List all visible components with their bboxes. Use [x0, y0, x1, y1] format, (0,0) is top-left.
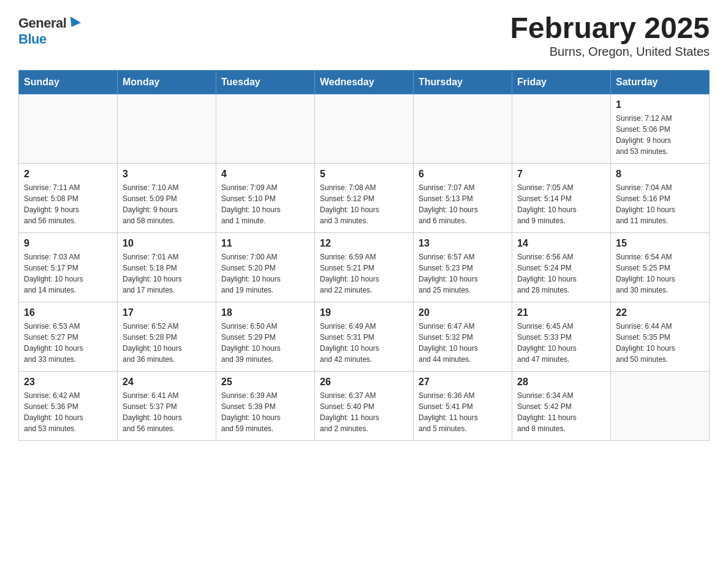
day-number: 11	[221, 238, 309, 249]
logo-general-text: General	[18, 15, 66, 31]
day-cell: 28Sunrise: 6:34 AMSunset: 5:42 PMDayligh…	[512, 371, 611, 440]
day-cell: 14Sunrise: 6:56 AMSunset: 5:24 PMDayligh…	[512, 232, 611, 302]
day-number: 12	[320, 238, 408, 249]
day-cell	[315, 94, 414, 163]
day-number: 3	[123, 169, 211, 180]
day-number: 6	[419, 169, 507, 180]
day-number: 1	[616, 99, 704, 110]
day-cell: 18Sunrise: 6:50 AMSunset: 5:29 PMDayligh…	[216, 302, 315, 371]
day-header-sunday: Sunday	[19, 70, 118, 94]
day-number: 19	[320, 307, 408, 318]
day-cell: 7Sunrise: 7:05 AMSunset: 5:14 PMDaylight…	[512, 163, 611, 232]
day-info: Sunrise: 6:53 AMSunset: 5:27 PMDaylight:…	[24, 321, 112, 365]
day-info: Sunrise: 6:42 AMSunset: 5:36 PMDaylight:…	[24, 390, 112, 434]
day-number: 16	[24, 307, 112, 318]
day-info: Sunrise: 6:47 AMSunset: 5:32 PMDaylight:…	[419, 321, 507, 365]
day-cell: 6Sunrise: 7:07 AMSunset: 5:13 PMDaylight…	[414, 163, 512, 232]
day-info: Sunrise: 7:11 AMSunset: 5:08 PMDaylight:…	[24, 182, 112, 226]
day-cell	[118, 94, 216, 163]
day-info: Sunrise: 7:03 AMSunset: 5:17 PMDaylight:…	[24, 251, 112, 296]
day-info: Sunrise: 6:54 AMSunset: 5:25 PMDaylight:…	[616, 251, 704, 296]
day-header-friday: Friday	[512, 70, 611, 94]
day-number: 10	[123, 238, 211, 249]
day-info: Sunrise: 6:49 AMSunset: 5:31 PMDaylight:…	[320, 321, 408, 365]
day-header-saturday: Saturday	[611, 70, 710, 94]
day-cell	[19, 94, 118, 163]
day-info: Sunrise: 6:50 AMSunset: 5:29 PMDaylight:…	[221, 321, 309, 365]
day-info: Sunrise: 7:07 AMSunset: 5:13 PMDaylight:…	[419, 182, 507, 226]
day-cell: 19Sunrise: 6:49 AMSunset: 5:31 PMDayligh…	[315, 302, 414, 371]
day-header-monday: Monday	[118, 70, 216, 94]
day-number: 24	[123, 377, 211, 388]
day-cell: 12Sunrise: 6:59 AMSunset: 5:21 PMDayligh…	[315, 232, 414, 302]
day-info: Sunrise: 7:04 AMSunset: 5:16 PMDaylight:…	[616, 182, 704, 226]
day-info: Sunrise: 6:44 AMSunset: 5:35 PMDaylight:…	[616, 321, 704, 365]
day-info: Sunrise: 6:57 AMSunset: 5:23 PMDaylight:…	[419, 251, 507, 296]
day-cell: 17Sunrise: 6:52 AMSunset: 5:28 PMDayligh…	[118, 302, 216, 371]
day-cell	[611, 371, 710, 440]
logo: General Blue	[18, 12, 80, 47]
day-info: Sunrise: 6:36 AMSunset: 5:41 PMDaylight:…	[419, 390, 507, 434]
day-cell: 26Sunrise: 6:37 AMSunset: 5:40 PMDayligh…	[315, 371, 414, 440]
day-number: 7	[517, 169, 605, 180]
day-cell: 20Sunrise: 6:47 AMSunset: 5:32 PMDayligh…	[414, 302, 512, 371]
logo-triangle-icon	[66, 17, 81, 30]
day-number: 27	[419, 377, 507, 388]
day-cell: 2Sunrise: 7:11 AMSunset: 5:08 PMDaylight…	[19, 163, 118, 232]
day-info: Sunrise: 6:56 AMSunset: 5:24 PMDaylight:…	[517, 251, 605, 296]
day-info: Sunrise: 7:12 AMSunset: 5:06 PMDaylight:…	[616, 113, 704, 157]
day-number: 25	[221, 377, 309, 388]
day-cell: 24Sunrise: 6:41 AMSunset: 5:37 PMDayligh…	[118, 371, 216, 440]
week-row-5: 23Sunrise: 6:42 AMSunset: 5:36 PMDayligh…	[19, 371, 710, 440]
day-cell: 1Sunrise: 7:12 AMSunset: 5:06 PMDaylight…	[611, 94, 710, 163]
page-header: General Blue February 2025 Burns, Oregon…	[18, 12, 710, 59]
calendar-header: SundayMondayTuesdayWednesdayThursdayFrid…	[19, 70, 710, 94]
day-cell: 16Sunrise: 6:53 AMSunset: 5:27 PMDayligh…	[19, 302, 118, 371]
day-info: Sunrise: 7:09 AMSunset: 5:10 PMDaylight:…	[221, 182, 309, 226]
day-number: 5	[320, 169, 408, 180]
day-number: 9	[24, 238, 112, 249]
calendar-body: 1Sunrise: 7:12 AMSunset: 5:06 PMDaylight…	[19, 94, 710, 440]
day-cell: 10Sunrise: 7:01 AMSunset: 5:18 PMDayligh…	[118, 232, 216, 302]
day-number: 13	[419, 238, 507, 249]
day-cell: 3Sunrise: 7:10 AMSunset: 5:09 PMDaylight…	[118, 163, 216, 232]
day-cell: 27Sunrise: 6:36 AMSunset: 5:41 PMDayligh…	[414, 371, 512, 440]
day-cell: 11Sunrise: 7:00 AMSunset: 5:20 PMDayligh…	[216, 232, 315, 302]
day-number: 8	[616, 169, 704, 180]
day-number: 4	[221, 169, 309, 180]
day-info: Sunrise: 7:05 AMSunset: 5:14 PMDaylight:…	[517, 182, 605, 226]
day-header-tuesday: Tuesday	[216, 70, 315, 94]
day-number: 17	[123, 307, 211, 318]
day-info: Sunrise: 6:39 AMSunset: 5:39 PMDaylight:…	[221, 390, 309, 434]
day-cell: 13Sunrise: 6:57 AMSunset: 5:23 PMDayligh…	[414, 232, 512, 302]
day-number: 22	[616, 307, 704, 318]
day-info: Sunrise: 6:59 AMSunset: 5:21 PMDaylight:…	[320, 251, 408, 296]
day-info: Sunrise: 6:52 AMSunset: 5:28 PMDaylight:…	[123, 321, 211, 365]
day-header-wednesday: Wednesday	[315, 70, 414, 94]
day-number: 15	[616, 238, 704, 249]
day-cell: 4Sunrise: 7:09 AMSunset: 5:10 PMDaylight…	[216, 163, 315, 232]
logo-blue-text: Blue	[18, 31, 47, 47]
day-cell	[512, 94, 611, 163]
day-info: Sunrise: 7:10 AMSunset: 5:09 PMDaylight:…	[123, 182, 211, 226]
days-of-week-row: SundayMondayTuesdayWednesdayThursdayFrid…	[19, 70, 710, 94]
day-number: 18	[221, 307, 309, 318]
day-cell: 9Sunrise: 7:03 AMSunset: 5:17 PMDaylight…	[19, 232, 118, 302]
day-info: Sunrise: 6:34 AMSunset: 5:42 PMDaylight:…	[517, 390, 605, 434]
day-cell: 8Sunrise: 7:04 AMSunset: 5:16 PMDaylight…	[611, 163, 710, 232]
day-number: 14	[517, 238, 605, 249]
day-cell: 5Sunrise: 7:08 AMSunset: 5:12 PMDaylight…	[315, 163, 414, 232]
day-number: 28	[517, 377, 605, 388]
day-number: 26	[320, 377, 408, 388]
day-info: Sunrise: 6:45 AMSunset: 5:33 PMDaylight:…	[517, 321, 605, 365]
day-info: Sunrise: 7:01 AMSunset: 5:18 PMDaylight:…	[123, 251, 211, 296]
day-number: 21	[517, 307, 605, 318]
week-row-1: 1Sunrise: 7:12 AMSunset: 5:06 PMDaylight…	[19, 94, 710, 163]
day-number: 20	[419, 307, 507, 318]
day-cell	[414, 94, 512, 163]
title-block: February 2025 Burns, Oregon, United Stat…	[510, 12, 710, 59]
day-cell: 25Sunrise: 6:39 AMSunset: 5:39 PMDayligh…	[216, 371, 315, 440]
calendar-table: SundayMondayTuesdayWednesdayThursdayFrid…	[18, 70, 710, 441]
day-cell	[216, 94, 315, 163]
day-cell: 23Sunrise: 6:42 AMSunset: 5:36 PMDayligh…	[19, 371, 118, 440]
